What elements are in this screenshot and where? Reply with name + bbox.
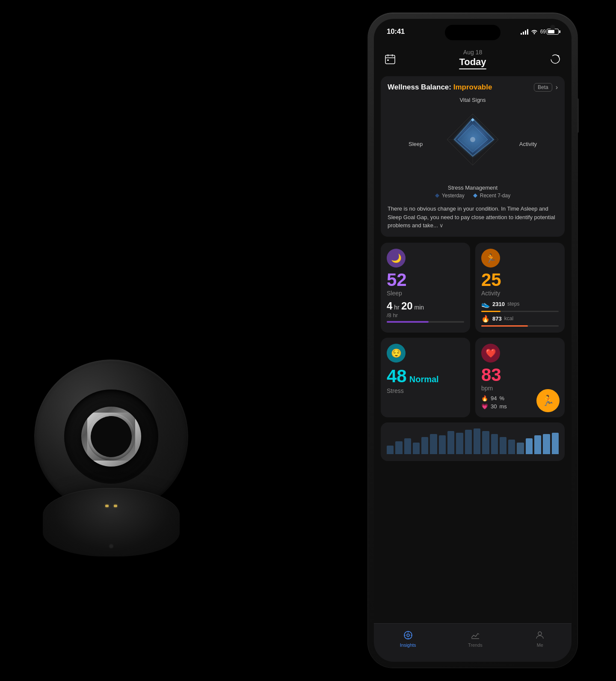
sleep-progress-bar <box>387 321 464 323</box>
bar-item <box>543 434 550 454</box>
heart-icon-circle: ❤️ <box>481 344 500 363</box>
sleep-card[interactable]: 🌙 52 Sleep 4 hr 20 min /8 hr <box>381 243 470 333</box>
bar-item <box>517 443 524 454</box>
bottom-nav: Insights Trends <box>374 623 572 662</box>
bar-item <box>491 434 498 454</box>
bar-item <box>456 433 463 454</box>
stress-icon: 😌 <box>391 348 402 358</box>
radar-labels: Vital Signs Sleep Activity Stress Manage… <box>409 97 537 191</box>
sleep-progress-fill <box>387 321 429 323</box>
readiness-value: 94 <box>491 395 497 401</box>
charging-contacts <box>105 505 117 507</box>
steps-value: 2310 <box>492 301 505 307</box>
phone: 10:41 69 <box>368 13 578 668</box>
activity-icon: 🏃 <box>486 253 496 263</box>
phone-screen: 10:41 69 <box>374 19 572 662</box>
bar-item <box>439 435 446 454</box>
kcal-bar <box>481 325 559 327</box>
kcal-icon: 🔥 <box>481 315 490 323</box>
radar-label-vital-signs: Vital Signs <box>459 97 486 103</box>
svg-marker-16 <box>435 193 439 198</box>
activity-card[interactable]: 🏃 25 Activity 👟 2310 steps <box>475 243 565 333</box>
nav-trends[interactable]: Trends <box>468 630 483 648</box>
wellness-expand-icon[interactable]: ∨ <box>439 222 444 229</box>
radar-label-sleep: Sleep <box>409 141 423 147</box>
smart-ring <box>81 407 141 467</box>
trends-nav-label: Trends <box>468 642 483 648</box>
svg-point-14 <box>470 137 475 142</box>
hrv-value: 30 <box>491 403 497 410</box>
bar-item <box>474 428 480 454</box>
bar-chart-card[interactable] <box>381 422 565 461</box>
kcal-row: 🔥 873 kcal <box>481 315 559 323</box>
status-time: 10:41 <box>387 27 405 36</box>
heart-icon: ❤️ <box>486 348 496 358</box>
wellness-header: Wellness Balance: Improvable Beta › <box>388 83 558 92</box>
stress-level: Normal <box>409 375 439 384</box>
bar-item <box>430 434 437 454</box>
scroll-content[interactable]: Wellness Balance: Improvable Beta › <box>374 76 572 662</box>
calendar-icon[interactable] <box>382 51 398 67</box>
legend-recent-diamond <box>473 193 477 198</box>
radar-legend: Yesterday Recent 7-day <box>435 193 510 199</box>
bar-item <box>421 437 428 454</box>
svg-rect-4 <box>387 59 389 61</box>
trends-nav-icon <box>470 630 481 641</box>
signal-bars-icon <box>521 29 528 35</box>
nav-me[interactable]: Me <box>534 630 545 648</box>
ring-case-inner <box>64 390 158 484</box>
sleep-label: Sleep <box>387 290 464 297</box>
bar-item <box>465 430 472 454</box>
insights-nav-icon <box>403 630 414 641</box>
bar-item <box>500 437 506 454</box>
me-nav-label: Me <box>537 642 543 648</box>
steps-icon: 👟 <box>481 300 490 308</box>
sleep-duration: 4 hr 20 min /8 hr <box>387 300 464 318</box>
app-header: Aug 18 Today <box>374 45 572 76</box>
wellness-title: Wellness Balance: Improvable <box>388 83 492 92</box>
header-title: Today <box>459 57 486 68</box>
camera-dot <box>550 25 555 30</box>
steps-bar-fill <box>481 311 500 312</box>
battery-level: 69 <box>540 29 546 35</box>
kcal-unit: kcal <box>504 315 513 321</box>
steps-bar <box>481 311 559 312</box>
svg-point-5 <box>551 55 560 63</box>
activity-fab-button[interactable]: 🏃 <box>536 389 560 412</box>
app-content: Aug 18 Today <box>374 45 572 662</box>
radar-svg <box>438 105 507 174</box>
wellness-description: There is no obvious change in your condi… <box>388 205 558 230</box>
stress-label: Stress <box>387 387 464 394</box>
ring-device <box>21 86 201 556</box>
bar-item <box>526 438 533 454</box>
steps-row: 👟 2310 steps <box>481 300 559 308</box>
nav-insights[interactable]: Insights <box>400 630 416 648</box>
steps-unit: steps <box>507 301 520 307</box>
stress-icon-circle: 😌 <box>387 344 406 363</box>
radar-label-activity: Activity <box>519 141 537 147</box>
legend-recent: Recent 7-day <box>473 193 510 199</box>
activity-icon-circle: 🏃 <box>481 249 500 268</box>
charging-contact-2 <box>114 505 117 507</box>
stress-card[interactable]: 😌 48 Normal Stress <box>381 338 470 417</box>
sleep-icon-circle: 🌙 <box>387 249 406 268</box>
radar-chart: Vital Signs Sleep Activity Stress Manage… <box>388 97 558 199</box>
wellness-card[interactable]: Wellness Balance: Improvable Beta › <box>381 76 565 237</box>
bar-item <box>413 443 420 454</box>
wellness-badge: Beta › <box>534 83 558 92</box>
legend-yesterday-diamond <box>435 193 439 198</box>
svg-point-19 <box>407 634 409 636</box>
insights-nav-label: Insights <box>400 642 416 648</box>
heart-card[interactable]: ❤️ 83 bpm 🔥 94 % � <box>475 338 565 417</box>
hrv-unit: ms <box>499 403 506 410</box>
heart-bpm: 83 <box>481 366 559 384</box>
charging-contact-1 <box>105 505 109 507</box>
refresh-icon[interactable] <box>548 51 563 67</box>
activity-score: 25 <box>481 271 559 289</box>
fab-icon: 🏃 <box>542 395 554 407</box>
bar-item <box>395 441 402 454</box>
header-center: Aug 18 Today <box>459 49 486 69</box>
bar-item <box>447 431 454 454</box>
chevron-right-icon: › <box>556 83 558 91</box>
wifi-icon <box>531 29 538 34</box>
